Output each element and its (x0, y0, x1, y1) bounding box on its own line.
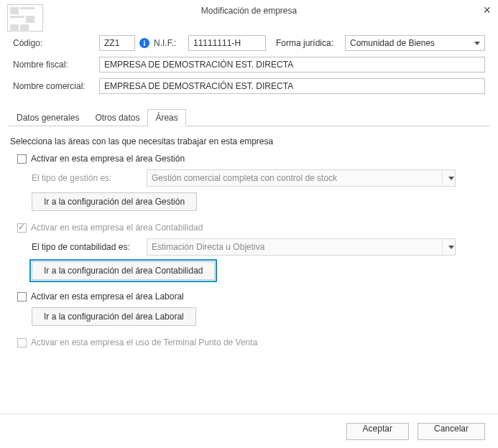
title-bar: Modificación de empresa × (0, 0, 498, 22)
checkbox-tpv-label: Activar en esta empresa el uso de Termin… (31, 337, 257, 347)
accept-button[interactable]: Aceptar (346, 423, 409, 440)
label-nombre-comercial: Nombre comercial: (13, 81, 99, 91)
tab-areas[interactable]: Áreas (147, 109, 185, 126)
areas-intro: Selecciona las áreas con las que necesit… (10, 136, 485, 146)
header-form: Código: ZZ1 i N.I.F.: 11111111-H Forma j… (0, 22, 498, 103)
checkbox-contabilidad-label: Activar en esta empresa el área Contabil… (31, 223, 203, 233)
chevron-down-icon (442, 170, 455, 186)
checkbox-laboral[interactable] (17, 292, 27, 302)
contabilidad-tipo-select: Estimación Directa u Objetiva (147, 238, 456, 256)
area-contabilidad: Activar en esta empresa el área Contabil… (17, 223, 485, 280)
checkbox-contabilidad (17, 223, 27, 233)
gestion-tipo-label: El tipo de gestión es: (32, 173, 147, 183)
tab-datos-generales[interactable]: Datos generales (9, 109, 87, 126)
area-tpv: Activar en esta empresa el uso de Termin… (17, 337, 485, 347)
gestion-tipo-value: Gestión comercial completa con control d… (152, 173, 337, 183)
tab-content-areas: Selecciona las áreas con las que necesit… (0, 126, 498, 366)
area-gestion: Activar en esta empresa el área Gestión … (17, 154, 485, 211)
window-title: Modificación de empresa (0, 0, 498, 22)
contabilidad-tipo-value: Estimación Directa u Objetiva (152, 242, 264, 252)
cancel-button[interactable]: Cancelar (418, 423, 485, 440)
dialog-footer: Aceptar Cancelar (0, 414, 498, 448)
contabilidad-tipo-label: El tipo de contabilidad es: (32, 242, 147, 252)
codigo-field[interactable]: ZZ1 (99, 35, 135, 51)
forma-juridica-value: Comunidad de Bienes (350, 36, 435, 50)
label-nif: N.I.F.: (154, 38, 188, 48)
nombre-comercial-field[interactable]: EMPRESA DE DEMOSTRACIÓN EST. DIRECTA (99, 78, 485, 94)
nombre-fiscal-field[interactable]: EMPRESA DE DEMOSTRACIÓN EST. DIRECTA (99, 57, 485, 73)
chevron-down-icon (474, 42, 480, 45)
checkbox-laboral-label: Activar en esta empresa el área Laboral (31, 291, 184, 302)
chevron-down-icon (442, 239, 455, 255)
dialog-window: Modificación de empresa × Código: ZZ1 i … (0, 0, 498, 448)
laboral-config-button[interactable]: Ir a la configuración del área Laboral (32, 307, 196, 326)
checkbox-gestion[interactable] (17, 154, 27, 164)
nif-field[interactable]: 11111111-H (188, 35, 266, 51)
checkbox-tpv (17, 338, 27, 347)
tab-bar: Datos generales Otros datos Áreas (9, 108, 489, 126)
label-codigo: Código: (13, 38, 99, 48)
tab-otros-datos[interactable]: Otros datos (87, 109, 147, 126)
close-icon[interactable]: × (483, 3, 491, 18)
contabilidad-config-button[interactable]: Ir a la configuración del área Contabili… (32, 261, 215, 280)
forma-juridica-select[interactable]: Comunidad de Bienes (345, 35, 485, 51)
gestion-tipo-select: Gestión comercial completa con control d… (147, 169, 456, 187)
gestion-config-button[interactable]: Ir a la configuración del área Gestión (32, 192, 197, 211)
info-icon[interactable]: i (139, 38, 149, 48)
checkbox-gestion-label: Activar en esta empresa el área Gestión (31, 154, 185, 164)
label-forma: Forma jurídica: (276, 38, 345, 48)
area-laboral: Activar en esta empresa el área Laboral … (17, 291, 485, 326)
app-logo-icon (7, 4, 43, 32)
label-nombre-fiscal: Nombre fiscal: (13, 60, 99, 70)
